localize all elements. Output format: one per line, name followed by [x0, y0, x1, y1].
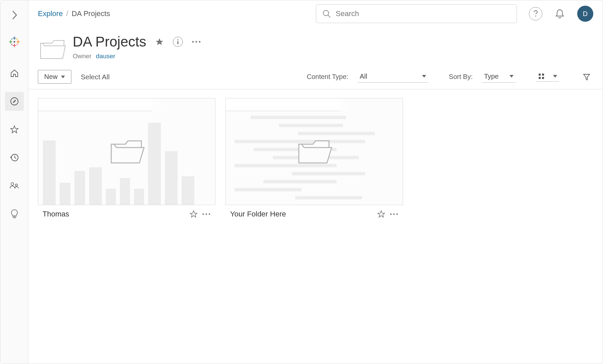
svg-point-18: [11, 98, 18, 105]
card-favorite-button[interactable]: [189, 210, 198, 218]
sidebar-home[interactable]: [5, 64, 24, 83]
folder-icon: [107, 135, 147, 168]
project-header: DA Projects Owner dauser: [28, 26, 603, 68]
svg-rect-31: [542, 74, 544, 76]
svg-point-37: [390, 213, 391, 215]
sidebar-favorites[interactable]: [5, 120, 24, 139]
project-folder-icon: [38, 37, 67, 61]
home-icon: [10, 69, 19, 78]
project-card-title[interactable]: Thomas: [43, 210, 69, 218]
search-icon: [322, 9, 331, 18]
compass-icon: [10, 97, 19, 106]
svg-point-25: [178, 39, 179, 40]
svg-point-36: [209, 213, 210, 215]
info-button[interactable]: [173, 37, 183, 47]
sidebar-shared[interactable]: [5, 176, 24, 195]
svg-point-29: [199, 41, 201, 43]
info-icon: [176, 39, 180, 45]
svg-rect-32: [539, 77, 541, 79]
svg-point-28: [196, 41, 197, 43]
caret-down-icon: [553, 75, 557, 78]
svg-point-35: [206, 213, 207, 215]
caret-down-icon: [422, 75, 426, 78]
svg-point-34: [202, 213, 204, 215]
project-card-preview[interactable]: [225, 98, 403, 205]
svg-rect-26: [178, 41, 179, 44]
owner-label: Owner: [73, 53, 91, 60]
card-actions-menu[interactable]: [390, 213, 398, 215]
caret-down-icon: [61, 76, 65, 78]
card-favorite-button[interactable]: [377, 210, 386, 218]
owner-link[interactable]: dauser: [96, 53, 115, 60]
help-icon: [533, 10, 538, 17]
content-grid: Thomas: [28, 89, 603, 364]
chevron-right-icon: [11, 10, 18, 20]
new-button[interactable]: New: [38, 70, 71, 84]
svg-point-38: [393, 213, 395, 215]
card-actions-menu[interactable]: [202, 213, 211, 215]
sort-by-select[interactable]: Type: [482, 71, 516, 83]
project-card: Your Folder Here: [225, 98, 403, 355]
svg-point-20: [11, 183, 14, 185]
search-box[interactable]: [316, 4, 517, 23]
select-all-button[interactable]: Select All: [81, 73, 110, 81]
bell-icon: [555, 9, 564, 19]
star-filled-icon: [155, 37, 164, 47]
content-type-value: All: [360, 73, 367, 80]
content-type-select[interactable]: All: [358, 71, 428, 83]
favorite-button[interactable]: [155, 37, 164, 47]
star-outline-icon: [377, 210, 386, 218]
svg-point-21: [15, 184, 17, 186]
breadcrumb-current: DA Projects: [72, 9, 110, 18]
svg-rect-33: [542, 77, 544, 79]
page-title: DA Projects: [73, 34, 146, 50]
sidebar-explore[interactable]: [5, 92, 24, 111]
owner-row: Owner dauser: [73, 53, 201, 60]
view-mode-select[interactable]: [536, 72, 559, 82]
help-button[interactable]: [529, 7, 542, 20]
main-panel: Explore / DA Projects D: [28, 0, 603, 364]
ellipsis-icon: [202, 213, 211, 215]
svg-point-39: [396, 213, 398, 215]
breadcrumb-separator: /: [66, 9, 68, 18]
grid-icon: [538, 73, 544, 79]
ellipsis-icon: [390, 213, 398, 215]
content-toolbar: New Select All Content Type: All Sort By…: [28, 68, 603, 89]
top-bar: Explore / DA Projects D: [28, 0, 603, 26]
sort-by-value: Type: [484, 73, 498, 80]
star-outline-icon: [189, 210, 198, 218]
search-input[interactable]: [336, 9, 511, 18]
filter-button[interactable]: [580, 70, 593, 84]
svg-line-23: [328, 15, 330, 17]
sort-by-label: Sort By:: [449, 73, 473, 81]
project-card: Thomas: [38, 98, 215, 355]
sidebar: [0, 0, 28, 364]
content-type-label: Content Type:: [307, 73, 348, 81]
ellipsis-icon: [192, 40, 201, 43]
breadcrumb: Explore / DA Projects: [38, 9, 110, 18]
project-card-title[interactable]: Your Folder Here: [230, 210, 286, 218]
project-card-preview[interactable]: [38, 98, 215, 205]
notifications-button[interactable]: [553, 7, 566, 20]
svg-point-22: [323, 10, 329, 16]
sidebar-recommendations[interactable]: [5, 204, 24, 223]
new-button-label: New: [44, 73, 58, 81]
project-actions-menu[interactable]: [192, 40, 201, 43]
breadcrumb-root-link[interactable]: Explore: [38, 9, 63, 18]
svg-point-27: [192, 41, 194, 43]
svg-point-24: [535, 16, 536, 17]
sidebar-expand-button[interactable]: [6, 7, 22, 23]
history-icon: [10, 153, 19, 162]
svg-rect-30: [539, 74, 541, 76]
sidebar-recents[interactable]: [5, 148, 24, 167]
filter-icon: [583, 73, 591, 81]
tableau-logo-icon: [8, 35, 21, 49]
caret-down-icon: [510, 75, 514, 78]
folder-icon: [294, 135, 334, 168]
user-avatar[interactable]: D: [577, 6, 593, 22]
lightbulb-icon: [10, 209, 19, 219]
star-icon: [10, 125, 19, 134]
users-icon: [9, 181, 19, 190]
